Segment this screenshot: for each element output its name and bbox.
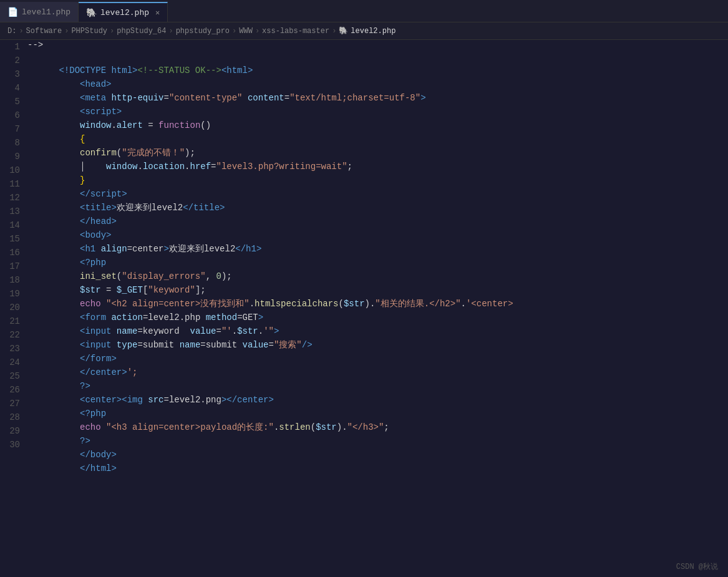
code-line-16: ini_set("display_errors", 0); bbox=[27, 256, 716, 269]
code-line-7: confirm("完成的不错！"); bbox=[27, 132, 716, 146]
tab-level2-label: level2.php bbox=[100, 8, 149, 17]
ln-27: 27 bbox=[5, 397, 20, 410]
breadcrumb-phpstudy64: phpStudy_64 bbox=[117, 27, 166, 36]
ln-26: 26 bbox=[5, 383, 20, 397]
tab-level2-close[interactable]: ✕ bbox=[155, 8, 160, 17]
tab-level1-icon: 📄 bbox=[7, 7, 18, 17]
ln-7: 7 bbox=[5, 122, 20, 136]
ln-18: 18 bbox=[5, 273, 20, 287]
breadcrumb-xss: xss-labs-master bbox=[262, 27, 329, 36]
ln-13: 13 bbox=[5, 205, 20, 218]
ln-6: 6 bbox=[5, 109, 20, 122]
code-line-14: <h1 align=center>欢迎来到level2</h1> bbox=[27, 228, 716, 242]
ln-30: 30 bbox=[5, 438, 20, 452]
ln-28: 28 bbox=[5, 410, 20, 424]
code-line-10: </script> bbox=[27, 173, 716, 187]
ln-16: 16 bbox=[5, 246, 20, 259]
sep2: › bbox=[64, 27, 69, 36]
tab-level2-icon: 🐘 bbox=[86, 7, 97, 18]
breadcrumb-www: WWW bbox=[239, 27, 253, 36]
breadcrumb-d: D: bbox=[7, 27, 16, 36]
ln-24: 24 bbox=[5, 356, 20, 369]
code-line-5: window.alert = function() bbox=[27, 105, 716, 119]
tab-level1[interactable]: 📄 level1.php bbox=[0, 2, 79, 22]
sep3: › bbox=[110, 27, 114, 36]
code-line-25: <center><img src=level2.png></center> bbox=[27, 379, 716, 393]
ln-9: 9 bbox=[5, 150, 20, 163]
ln-10: 10 bbox=[5, 163, 20, 177]
tab-level1-label: level1.php bbox=[22, 7, 70, 17]
ln-23: 23 bbox=[5, 342, 20, 356]
code-lines: --> <!DOCTYPE html><!--STATUS OK--><html… bbox=[27, 40, 728, 567]
breadcrumb: D: › Software › PHPStudy › phpStudy_64 ›… bbox=[0, 22, 728, 40]
watermark: CSDN @秋说 bbox=[676, 561, 718, 567]
ln-19: 19 bbox=[5, 287, 20, 301]
ln-25: 25 bbox=[5, 369, 20, 383]
ln-12: 12 bbox=[5, 191, 20, 205]
code-line-27: echo "<h3 align=center>payload的长度:".strl… bbox=[27, 407, 716, 420]
ln-5: 5 bbox=[5, 95, 20, 109]
code-line-3: <meta http-equiv="content-type" content=… bbox=[27, 77, 716, 91]
sep4: › bbox=[168, 27, 173, 36]
code-line-23: </center>'; bbox=[27, 352, 716, 366]
ln-11: 11 bbox=[5, 177, 20, 191]
ln-20: 20 bbox=[5, 301, 20, 314]
code-line-30: </html> bbox=[27, 448, 716, 462]
ln-1: 1 bbox=[5, 40, 20, 54]
ln-15: 15 bbox=[5, 232, 20, 246]
ln-29: 29 bbox=[5, 424, 20, 438]
breadcrumb-filename: level2.php bbox=[351, 27, 396, 36]
tab-bar: 📄 level1.php 🐘 level2.php ✕ bbox=[0, 0, 728, 22]
code-line-29: </body> bbox=[27, 434, 716, 448]
breadcrumb-software: Software bbox=[26, 27, 62, 36]
code-line-13: <body> bbox=[27, 215, 716, 228]
ln-8: 8 bbox=[5, 136, 20, 150]
breadcrumb-icon: 🐘 bbox=[339, 26, 348, 36]
sep7: › bbox=[332, 27, 336, 36]
breadcrumb-phpstudy: PHPStudy bbox=[71, 27, 107, 36]
code-line-1: <!DOCTYPE html><!--STATUS OK--><html> bbox=[27, 50, 716, 64]
ln-2: 2 bbox=[5, 54, 20, 67]
code-line-11: <title>欢迎来到level2</title> bbox=[27, 187, 716, 201]
sep5: › bbox=[232, 27, 236, 36]
ln-22: 22 bbox=[5, 328, 20, 342]
ln-4: 4 bbox=[5, 81, 20, 95]
line-numbers: 1 2 3 4 5 6 7 8 9 10 11 12 13 14 15 16 1… bbox=[0, 40, 27, 567]
sep1: › bbox=[19, 27, 23, 36]
ln-21: 21 bbox=[5, 314, 20, 328]
code-container: 1 2 3 4 5 6 7 8 9 10 11 12 13 14 15 16 1… bbox=[0, 40, 728, 567]
tab-level2[interactable]: 🐘 level2.php ✕ bbox=[79, 2, 168, 22]
breadcrumb-phpstudy-pro: phpstudy_pro bbox=[176, 27, 230, 36]
ln-14: 14 bbox=[5, 218, 20, 232]
ln-3: 3 bbox=[5, 67, 20, 81]
ln-17: 17 bbox=[5, 259, 20, 273]
sep6: › bbox=[255, 27, 260, 36]
